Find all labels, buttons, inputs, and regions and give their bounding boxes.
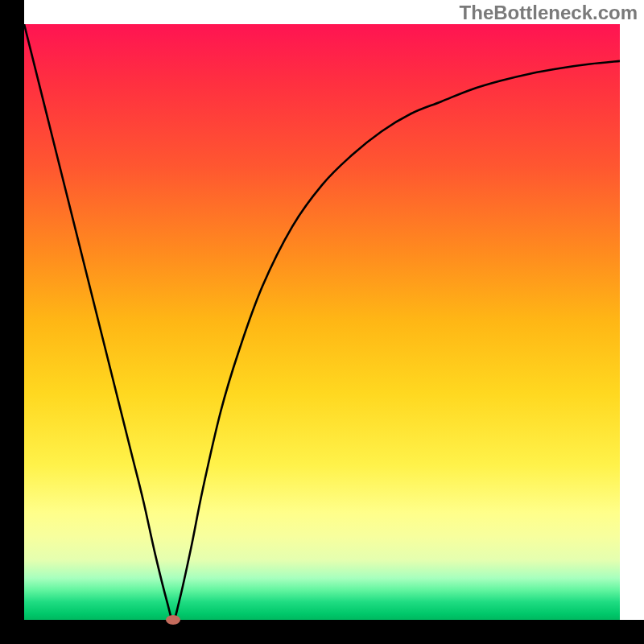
plot-area [24,24,620,620]
chart-container: TheBottleneck.com [0,0,644,644]
y-axis-border [0,0,24,644]
watermark-text: TheBottleneck.com [460,2,638,24]
bottleneck-curve [24,24,620,620]
bottleneck-marker [166,615,180,625]
x-axis-border [0,620,644,644]
